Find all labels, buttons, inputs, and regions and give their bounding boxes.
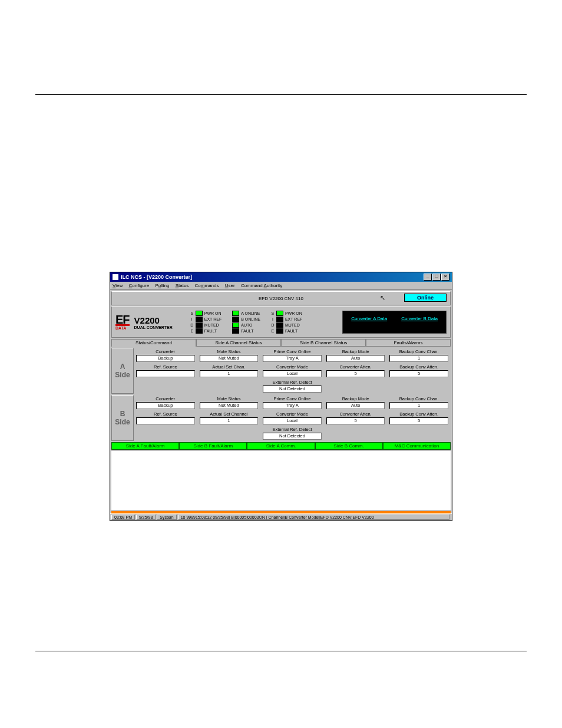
menu-polling[interactable]: Polling: [155, 283, 169, 288]
led-indicator: [232, 317, 239, 322]
led-indicator: [276, 328, 283, 334]
app-icon: [113, 274, 118, 280]
field-label: Backup Conv Atten.: [389, 411, 448, 417]
maximize-button[interactable]: □: [432, 274, 441, 281]
field-value: Not Muted: [200, 402, 259, 409]
field-value: 5: [326, 417, 385, 424]
menu-configure[interactable]: Configure: [128, 283, 149, 288]
menu-command-authority[interactable]: Command Authority: [241, 283, 282, 288]
led-indicator: [232, 328, 239, 334]
field-label: Converter Atten.: [326, 411, 385, 417]
field-value: 5: [389, 370, 448, 377]
field-label: Ref. Source: [136, 364, 195, 370]
menu-status[interactable]: Status: [176, 283, 189, 288]
led-indicator: [196, 311, 203, 316]
cursor-icon: ↖: [380, 294, 385, 302]
logo: EF DATA V2200 DUAL CONVERTER: [115, 311, 173, 334]
led-indicator: [276, 322, 283, 328]
field-label: Backup Conv Chan.: [389, 396, 448, 401]
stat-side-b-fault: Side B Fault/Alarm: [179, 442, 247, 450]
led-indicator: [196, 322, 203, 328]
field-label: External Ref. Detect: [263, 380, 322, 385]
minimize-button[interactable]: _: [424, 274, 432, 281]
field-value: Tray A: [263, 402, 322, 409]
footer-time: 03:08 PM: [111, 515, 135, 520]
device-label: EFD V2200 CNV #10: [259, 296, 303, 301]
field-label: Converter Mode: [263, 411, 322, 417]
converter-a-link[interactable]: Converter A Data: [351, 316, 387, 328]
field-label: Backup Mode: [326, 396, 385, 401]
tab-side-a-channel[interactable]: Side A Channel Status: [196, 339, 281, 347]
field-label: Backup Mode: [326, 349, 385, 354]
field-label: Actual Set Chan.: [200, 364, 259, 370]
model-label: V2200: [134, 315, 173, 325]
led-indicator: [276, 311, 283, 316]
close-button[interactable]: ×: [441, 274, 449, 281]
field-value: 5: [326, 370, 385, 377]
field-value: 1: [200, 370, 259, 377]
logo-text: EF: [115, 315, 130, 326]
field-label: External Ref. Detect: [263, 427, 322, 432]
tab-faults-alarms[interactable]: Faults/Alarms: [366, 339, 451, 347]
field-label: Actual Set Channel: [200, 411, 259, 417]
logo-sub: DATA: [115, 326, 130, 330]
field-label: Ref. Source: [136, 411, 195, 417]
led-indicator: [196, 328, 203, 334]
tab-status-command[interactable]: Status/Command: [111, 339, 196, 347]
footer-system: System: [157, 515, 176, 520]
window-title: ILC NCS - [V2200 Converter]: [121, 274, 192, 280]
led-indicator: [196, 317, 203, 322]
stat-mc-comm: M&C Communication: [383, 442, 451, 450]
side-b-grid: BSideConverterBackupMute StatusNot Muted…: [111, 395, 451, 441]
stat-side-b-comm: Side B Comm.: [315, 442, 383, 450]
app-window: ILC NCS - [V2200 Converter] _ □ × View C…: [110, 272, 452, 521]
online-indicator: Online: [404, 294, 447, 302]
field-label: Converter Atten.: [326, 364, 385, 370]
tab-strip: Status/Command Side A Channel Status Sid…: [111, 339, 451, 347]
menu-view[interactable]: View: [113, 283, 123, 288]
field-value: Auto: [326, 402, 385, 409]
blank-area: [111, 451, 451, 510]
titlebar: ILC NCS - [V2200 Converter] _ □ ×: [110, 272, 452, 282]
led-indicator: [276, 317, 283, 322]
stat-side-a-fault: Side A Fault/Alarm: [111, 442, 179, 450]
field-value: [136, 370, 195, 377]
field-value: 1: [389, 355, 448, 362]
field-value: [136, 417, 195, 424]
field-label: Converter: [136, 349, 195, 354]
converter-b-link[interactable]: Converter B Data: [401, 316, 438, 328]
device-bar: EFD V2200 CNV #10 ↖ Online: [111, 291, 451, 305]
led-indicator: [232, 311, 239, 316]
data-links: Converter A Data Converter B Data: [342, 311, 447, 334]
field-label: Mute Status: [200, 396, 259, 401]
led-indicator: [232, 322, 239, 328]
field-value: 1: [200, 417, 259, 424]
field-label: Converter Mode: [263, 364, 322, 370]
field-value: Not Detected: [263, 433, 322, 440]
field-label: Prime Conv Online: [263, 349, 322, 354]
menu-user[interactable]: User: [225, 283, 235, 288]
field-value: 1: [389, 402, 448, 409]
tab-side-b-channel[interactable]: Side B Channel Status: [281, 339, 366, 347]
footer-log: 10 998915:08:32 09/25/98| B|00005|00003O…: [178, 515, 449, 520]
header-panel: EF DATA V2200 DUAL CONVERTER SPWR ONIEXT…: [111, 307, 451, 338]
field-value: Backup: [136, 402, 195, 409]
field-value: Tray A: [263, 355, 322, 362]
menu-bar: View Configure Polling Status Commands U…: [110, 282, 452, 290]
status-strip: Side A Fault/Alarm Side B Fault/Alarm Si…: [111, 442, 451, 450]
footer-bar: 03:08 PM 9/25/98 System 10 998915:08:32 …: [110, 513, 452, 521]
field-value: Local: [263, 370, 322, 377]
side-label: ASide: [111, 348, 134, 394]
field-value: Local: [263, 417, 322, 424]
model-desc: DUAL CONVERTER: [134, 325, 173, 330]
field-label: Mute Status: [200, 349, 259, 354]
side-a-grid: ASideConverterBackupMute StatusNot Muted…: [111, 348, 451, 394]
field-label: Converter: [136, 396, 195, 401]
footer-date: 9/25/98: [136, 515, 156, 520]
field-label: Prime Conv Online: [263, 396, 322, 401]
menu-commands[interactable]: Commands: [195, 283, 219, 288]
field-value: Not Muted: [200, 355, 259, 362]
field-value: 5: [389, 417, 448, 424]
field-label: Backup Conv Chan.: [389, 349, 448, 354]
field-label: Backup Conv Atten.: [389, 364, 448, 370]
